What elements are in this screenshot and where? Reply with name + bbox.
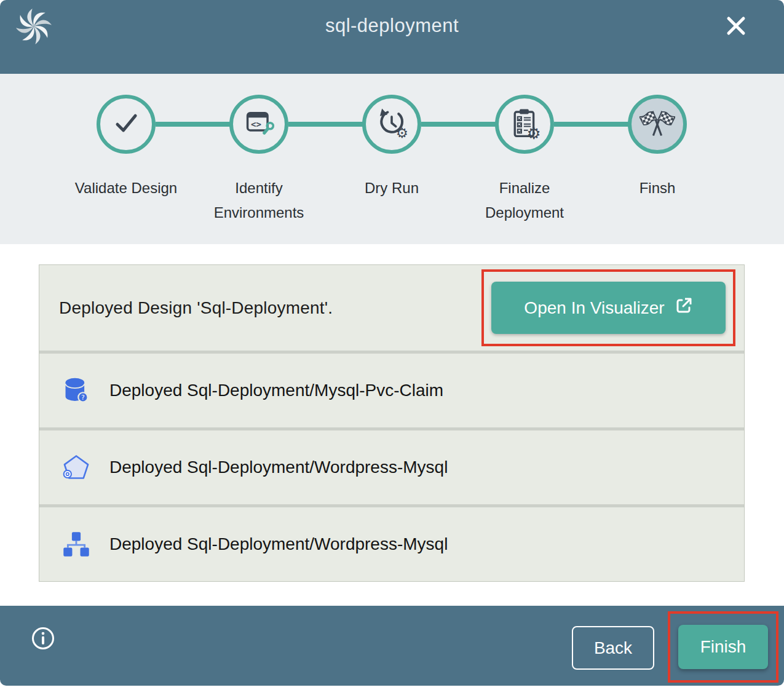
- result-text: Deployed Sql-Deployment/Mysql-Pvc-Claim: [109, 381, 443, 400]
- stepper-connector: [288, 122, 363, 127]
- result-row-wordpress-mysql-2: Deployed Sql-Deployment/Wordpress-Mysql: [39, 507, 744, 581]
- check-icon: [110, 107, 142, 141]
- finish-button[interactable]: Finish: [678, 625, 768, 669]
- deployment-wizard-dialog: sql-deployment <>: [0, 0, 784, 690]
- step-finalize-deployment[interactable]: ⚙: [495, 95, 554, 154]
- checkered-flags-icon: [639, 105, 675, 143]
- clipboard-gear-icon: ⚙: [508, 106, 541, 142]
- deployment-results-list: Deployed Design 'Sql-Deployment'. Open I…: [39, 264, 745, 582]
- result-row-wordpress-mysql-1: Deployed Sql-Deployment/Wordpress-Mysql: [39, 430, 744, 504]
- visualizer-button-highlight: Open In Visualizer: [481, 269, 735, 346]
- dialog-footer: Back Finish: [0, 606, 784, 686]
- code-glyph: <>: [251, 119, 261, 129]
- deployment-summary-text: Deployed Design 'Sql-Deployment'.: [59, 298, 333, 318]
- step-label-dry-run: Dry Run: [333, 176, 450, 200]
- question-glyph: ?: [81, 394, 85, 402]
- step-finish[interactable]: [628, 95, 687, 154]
- deployment-stepper: <> ⚙: [0, 74, 784, 244]
- finish-button-highlight: Finish: [668, 611, 778, 683]
- dialog-header: sql-deployment: [0, 0, 784, 74]
- rerun-clock-gear-icon: ⚙: [375, 106, 408, 142]
- result-text: Deployed Sql-Deployment/Wordpress-Mysql: [109, 458, 448, 477]
- gear-glyph: ⚙: [526, 124, 540, 140]
- pentagon-icon: [61, 453, 91, 482]
- step-label-identify-environments: Identify Environments: [200, 176, 317, 224]
- close-icon[interactable]: [719, 9, 753, 43]
- stepper-connector: [421, 122, 496, 127]
- open-in-new-icon: [675, 296, 693, 319]
- result-row-mysql-pvc-claim: ? Deployed Sql-Deployment/Mysql-Pvc-Clai…: [39, 354, 744, 427]
- step-identify-environments[interactable]: <>: [229, 95, 288, 154]
- info-icon[interactable]: [31, 626, 55, 651]
- code-wrench-icon: <>: [243, 107, 275, 141]
- step-label-finish: Finsh: [599, 176, 716, 200]
- stepper-connector: [156, 122, 231, 127]
- step-label-validate-design: Validate Design: [68, 176, 184, 200]
- back-button[interactable]: Back: [572, 626, 654, 670]
- step-dry-run[interactable]: ⚙: [362, 95, 421, 154]
- step-label-finalize-deployment: Finalize Deployment: [466, 176, 583, 224]
- result-text: Deployed Sql-Deployment/Wordpress-Mysql: [109, 534, 448, 554]
- gear-glyph: ⚙: [396, 125, 408, 140]
- deployment-summary-row: Deployed Design 'Sql-Deployment'. Open I…: [39, 265, 744, 351]
- database-icon: ?: [61, 376, 91, 405]
- hierarchy-icon: [61, 529, 91, 559]
- stepper-connector: [554, 122, 629, 127]
- step-validate-design[interactable]: [97, 95, 156, 154]
- dialog-title: sql-deployment: [0, 15, 784, 37]
- open-in-visualizer-label: Open In Visualizer: [524, 298, 664, 318]
- open-in-visualizer-button[interactable]: Open In Visualizer: [491, 282, 726, 334]
